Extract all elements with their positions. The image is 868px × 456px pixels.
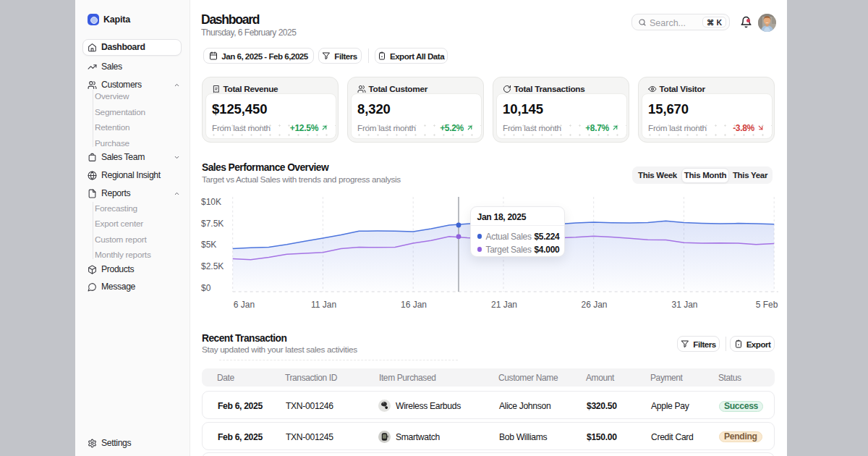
svg-text:5 Feb: 5 Feb <box>756 300 778 310</box>
svg-text:$5K: $5K <box>201 240 216 250</box>
svg-text:$10K: $10K <box>201 197 221 207</box>
svg-text:$7.5K: $7.5K <box>201 219 224 229</box>
svg-text:6 Jan: 6 Jan <box>234 300 255 310</box>
svg-text:26 Jan: 26 Jan <box>581 300 607 310</box>
svg-text:$0: $0 <box>201 283 211 293</box>
svg-text:$2.5K: $2.5K <box>201 261 224 271</box>
svg-text:21 Jan: 21 Jan <box>491 300 517 310</box>
svg-text:16 Jan: 16 Jan <box>401 300 427 310</box>
svg-text:31 Jan: 31 Jan <box>671 300 697 310</box>
svg-text:11 Jan: 11 Jan <box>311 300 336 310</box>
